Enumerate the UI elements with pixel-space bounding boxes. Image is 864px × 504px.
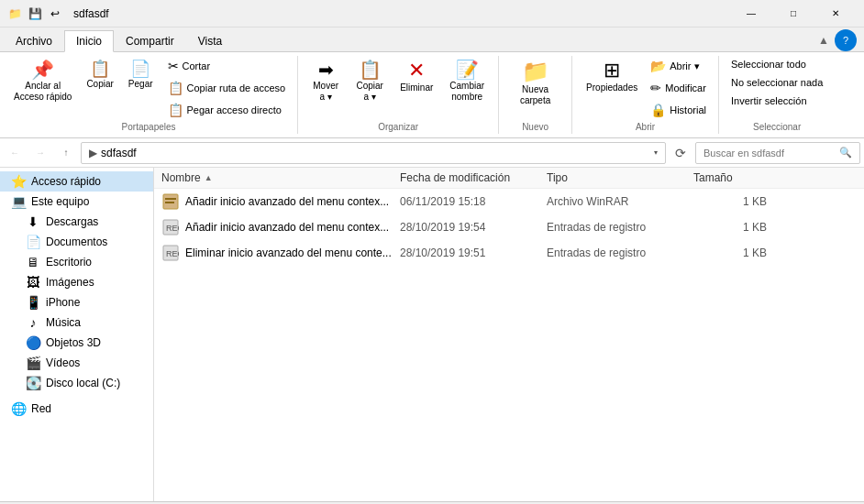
table-row[interactable]: REG Añadir inicio avanzado del menu cont… [154, 214, 864, 240]
search-field[interactable]: 🔍 [695, 142, 860, 164]
table-row[interactable]: REG Eliminar inicio avanzado del menu co… [154, 240, 864, 266]
sidebar-item-label: Música [46, 316, 81, 329]
pegar-acceso-label: Pegar acceso directo [187, 104, 282, 115]
acceso-rapido-icon: ⭐ [11, 174, 26, 189]
ribbon-group-seleccionar: Seleccionar todo No seleccionar nada Inv… [719, 56, 835, 134]
copiar-a-button[interactable]: 📋 Copiara ▾ [349, 56, 390, 107]
tab-inicio[interactable]: Inicio [64, 30, 114, 52]
objetos3d-icon: 🔵 [26, 335, 40, 350]
musica-icon: ♪ [26, 315, 40, 330]
mover-icon: ➡ [318, 60, 334, 79]
historial-icon: 🔒 [650, 103, 666, 117]
svg-text:REG: REG [166, 249, 179, 258]
sidebar-item-red[interactable]: 🌐 Red [0, 399, 153, 419]
sidebar-item-iphone[interactable]: 📱 iPhone [0, 292, 153, 312]
window-icon: 📁 [7, 6, 22, 21]
nuevo-buttons: 📁 Nuevacarpeta [514, 56, 557, 120]
table-row[interactable]: Añadir inicio avanzado del menu contex..… [154, 189, 864, 214]
ribbon-collapse-icon[interactable]: ▲ [818, 34, 829, 47]
anclar-button[interactable]: 📌 Anclar alAcceso rápido [7, 56, 78, 107]
videos-icon: 🎬 [26, 356, 40, 370]
anclar-label: Anclar alAcceso rápido [14, 81, 72, 103]
sidebar-item-acceso-rapido[interactable]: ⭐ Acceso rápido [0, 171, 153, 192]
up-button[interactable]: ↑ [55, 142, 77, 164]
no-seleccionar-label: No seleccionar nada [731, 77, 823, 88]
copiar-ruta-button[interactable]: 📋 Copiar ruta de acceso [163, 78, 291, 98]
nueva-carpeta-button[interactable]: 📁 Nuevacarpeta [514, 56, 557, 111]
mover-label: Movera ▾ [313, 81, 338, 103]
address-field[interactable]: ▶ sdfasdf ▾ [81, 142, 666, 164]
pegar-acceso-button[interactable]: 📋 Pegar acceso directo [163, 100, 291, 120]
tab-vista[interactable]: Vista [186, 30, 234, 51]
copiar-ruta-label: Copiar ruta de acceso [187, 82, 286, 93]
undo-icon[interactable]: ↩ [48, 6, 62, 21]
eliminar-button[interactable]: ✕ Eliminar [393, 56, 439, 98]
header-fecha[interactable]: Fecha de modificación [400, 171, 547, 184]
anclar-icon: 📌 [31, 60, 54, 79]
pegar-icon: 📄 [130, 60, 150, 77]
portapapeles-label: Portapapeles [122, 120, 176, 134]
invertir-button[interactable]: Invertir selección [726, 93, 827, 109]
mover-button[interactable]: ➡ Movera ▾ [305, 56, 346, 107]
save-icon[interactable]: 💾 [28, 6, 42, 21]
tab-compartir[interactable]: Compartir [114, 30, 186, 51]
header-tamano[interactable]: Tamaño [693, 171, 767, 184]
ribbon-group-organizar: ➡ Movera ▾ 📋 Copiara ▾ ✕ Eliminar 📝 Camb… [298, 56, 499, 134]
copiar-label: Copiar [86, 79, 113, 90]
ribbon-group-abrir: ⊞ Propiedades 📂 Abrir ▾ ✏ Modificar 🔒 Hi… [572, 56, 719, 134]
organizar-label: Organizar [378, 120, 418, 134]
header-tipo[interactable]: Tipo [547, 171, 693, 184]
header-nombre[interactable]: Nombre ▲ [161, 171, 400, 184]
modificar-button[interactable]: ✏ Modificar [646, 78, 711, 98]
refresh-button[interactable]: ⟳ [670, 142, 692, 164]
svg-text:REG: REG [166, 224, 179, 233]
nuevo-label: Nuevo [522, 120, 548, 134]
seleccionar-todo-button[interactable]: Seleccionar todo [726, 56, 827, 72]
abrir-buttons: ⊞ Propiedades 📂 Abrir ▾ ✏ Modificar 🔒 Hi… [580, 56, 711, 120]
minimize-button[interactable]: — [730, 0, 772, 27]
back-button[interactable]: ← [4, 142, 26, 164]
sidebar-item-escritorio[interactable]: 🖥 Escritorio [0, 252, 153, 272]
cambiar-icon: 📝 [456, 60, 479, 79]
svg-rect-2 [165, 202, 174, 203]
close-button[interactable]: ✕ [814, 0, 857, 27]
forward-button[interactable]: → [29, 142, 51, 164]
copiar-button[interactable]: 📋 Copiar [80, 56, 119, 94]
sort-icon: ▲ [205, 173, 213, 182]
cambiar-nombre-button[interactable]: 📝 Cambiarnombre [443, 56, 491, 107]
sidebar-item-objetos3d[interactable]: 🔵 Objetos 3D [0, 333, 153, 353]
sidebar-item-label: Acceso rápido [31, 175, 101, 188]
cortar-button[interactable]: ✂ Cortar [163, 56, 291, 76]
sidebar-item-este-equipo[interactable]: 💻 Este equipo [0, 192, 153, 212]
abrir-button[interactable]: 📂 Abrir ▾ [646, 56, 711, 76]
sidebar-item-label: Objetos 3D [46, 336, 101, 349]
search-input[interactable] [703, 148, 839, 159]
no-seleccionar-button[interactable]: No seleccionar nada [726, 74, 827, 91]
historial-button[interactable]: 🔒 Historial [646, 100, 711, 120]
title-bar-left: 📁 💾 ↩ sdfasdf [7, 6, 109, 21]
address-dropdown-icon[interactable]: ▾ [654, 148, 658, 157]
ribbon-group-nuevo: 📁 Nuevacarpeta Nuevo [499, 56, 572, 134]
file-name: Eliminar inicio avanzado del menu conte.… [185, 247, 400, 259]
path-chevron-icon: ▶ [89, 147, 97, 159]
invertir-label: Invertir selección [731, 95, 807, 106]
address-bar: ← → ↑ ▶ sdfasdf ▾ ⟳ 🔍 [0, 138, 864, 168]
sidebar-item-musica[interactable]: ♪ Música [0, 312, 153, 333]
abrir-icon: 📂 [650, 59, 666, 73]
pegar-button[interactable]: 📄 Pegar [122, 56, 160, 94]
maximize-button[interactable]: □ [772, 0, 814, 27]
file-icon: REG [161, 244, 180, 262]
sidebar-item-videos[interactable]: 🎬 Vídeos [0, 353, 153, 373]
file-date: 06/11/2019 15:18 [400, 195, 547, 208]
sidebar-item-documentos[interactable]: 📄 Documentos [0, 232, 153, 252]
sidebar-item-label: iPhone [46, 296, 80, 309]
sidebar-item-imagenes[interactable]: 🖼 Imágenes [0, 272, 153, 292]
tab-archivo[interactable]: Archivo [4, 30, 64, 51]
seleccionar-buttons: Seleccionar todo No seleccionar nada Inv… [726, 56, 827, 120]
sidebar-item-disco-local[interactable]: 💽 Disco local (C:) [0, 373, 153, 393]
organizar-buttons: ➡ Movera ▾ 📋 Copiara ▾ ✕ Eliminar 📝 Camb… [305, 56, 491, 120]
file-size: 1 KB [693, 195, 767, 208]
sidebar-item-descargas[interactable]: ⬇ Descargas [0, 212, 153, 232]
help-button[interactable]: ? [835, 29, 857, 51]
propiedades-button[interactable]: ⊞ Propiedades [580, 56, 644, 98]
